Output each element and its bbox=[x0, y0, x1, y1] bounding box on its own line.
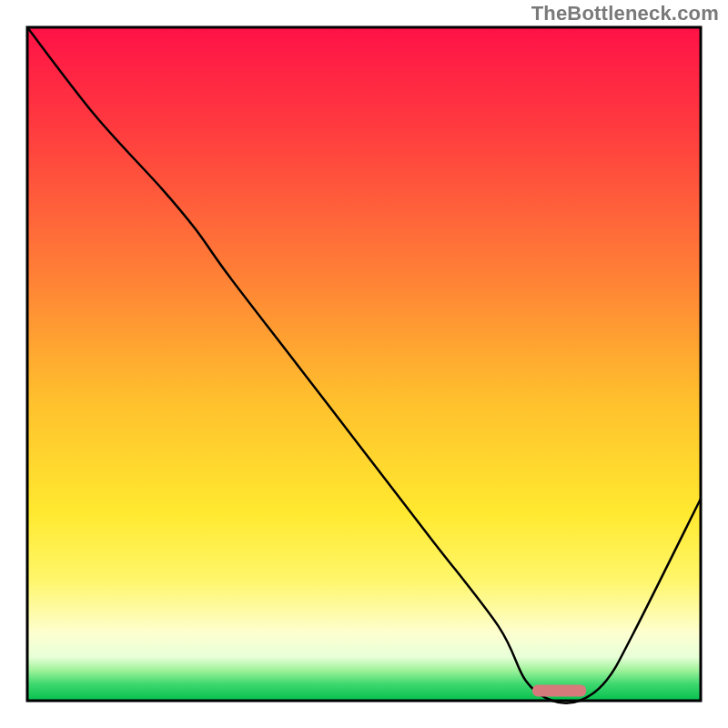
chart-container: TheBottleneck.com bbox=[0, 0, 728, 728]
plot-background bbox=[27, 27, 701, 701]
bottleneck-chart-svg bbox=[0, 0, 728, 728]
optimal-range-marker bbox=[532, 684, 586, 696]
watermark-text: TheBottleneck.com bbox=[531, 2, 719, 25]
